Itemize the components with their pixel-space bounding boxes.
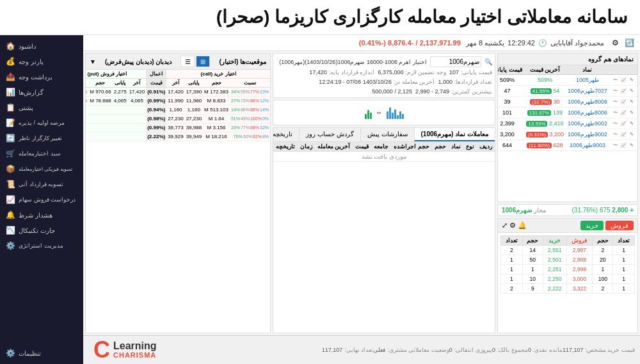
contract-search-input[interactable]	[430, 56, 481, 67]
cell: 1	[613, 246, 635, 255]
sidebar-item-sell-request[interactable]: درخواست فروش سهام 📈	[0, 192, 83, 207]
expand-icon[interactable]: ⤢	[502, 221, 508, 230]
last-price: 139 131.67%	[524, 107, 566, 118]
tab-content: ردیف نوع نماد حجم حجم اجراشده جامعه قیمت…	[273, 142, 495, 333]
options-header: موقعیت‌ها (اختیار) ⊞ ☰ دیدبان (دیدبان پی…	[86, 54, 270, 70]
chart-icon[interactable]: 📈	[620, 141, 627, 149]
edit-icon[interactable]: ✎	[628, 141, 636, 149]
trend-icon[interactable]: 〜	[611, 87, 619, 95]
sell-tab[interactable]: فروش	[605, 221, 634, 230]
table-row[interactable]: ✎ 📈 〜 8006طهرم1006 30 (32.7%) 39	[498, 97, 637, 107]
options-row[interactable]: 8%92% 30%70% 18.216 M 39,949 39,929 (2.2…	[86, 132, 270, 141]
call-vol: 172.383 M	[203, 88, 230, 97]
footer-item: قیمت خرید مشخص: 117,107	[563, 347, 635, 353]
tab-trades[interactable]: معاملات نماد (مهرم1006)	[414, 128, 495, 141]
sidebar-item-wallet[interactable]: پارتر وجه 💰	[0, 54, 83, 69]
bar	[367, 110, 369, 119]
cell: 1	[613, 265, 635, 274]
trend-icon[interactable]: 〜	[611, 109, 619, 116]
table-row[interactable]: ✎ 📈 〜 9003طهر1006 628 (11.60%) 644	[498, 140, 637, 151]
dropdown-arrow-icon[interactable]: ▼	[90, 58, 96, 65]
edit-icon[interactable]: ✎	[628, 131, 636, 138]
collateral-value: 6,375,000	[378, 69, 403, 75]
last-trade-date: 1403/10/26	[363, 79, 392, 85]
trend-icon[interactable]: 〜	[611, 141, 619, 149]
sidebar-item-portfolio[interactable]: پشتی 📋	[0, 100, 83, 115]
view-tab-grid[interactable]: ⊞	[196, 56, 210, 67]
refresh-icon[interactable]: 🔃	[623, 37, 635, 49]
trend-icon[interactable]: 〜	[611, 131, 619, 138]
options-row[interactable]: 32%68% 77%23% 3.156 M 39,988 39,773 (0.9…	[86, 123, 270, 132]
chart-icon[interactable]: 📈	[620, 131, 627, 138]
options-row[interactable]: 0%100% 49%51% 1.64 M 27,230 27,230 (0.98…	[86, 115, 270, 123]
sidebar-item-label: مدیریت استراتژی	[19, 242, 63, 249]
empty-row: موردی یافت نشد	[273, 152, 495, 162]
buy-tab[interactable]: خرید	[580, 221, 604, 230]
tab-orders[interactable]: سفارشات پیش	[360, 128, 414, 141]
edit-icon[interactable]: ✎	[628, 87, 636, 95]
options-table-container: اختیار خرید (call) اعمال اختیار فروش (pu…	[86, 70, 270, 333]
symbol-name[interactable]: طهر1005	[566, 75, 609, 86]
options-row[interactable]: 12%88% 73%27% 8.833 M 11,980 11,990 (0.9…	[86, 97, 270, 106]
sidebar-item-alert[interactable]: هشدار شرط 🔔	[0, 207, 83, 223]
symbol-name[interactable]: 9002طهرم1006	[566, 129, 609, 140]
chart-icon[interactable]: 📈	[620, 109, 627, 116]
settings2-icon[interactable]: ⚙	[509, 221, 516, 230]
symbol-name[interactable]: 7027طهرم1006	[566, 86, 609, 97]
put-pct	[86, 106, 88, 115]
settings-icon[interactable]: ⚙	[609, 37, 621, 49]
trend-icon[interactable]: 〜	[611, 76, 619, 84]
cell: 10	[522, 274, 543, 284]
table-row[interactable]: ✎ 📈 〜 9002طهرم1006 3,200 (0.31%) 3,200	[498, 129, 637, 140]
edit-icon[interactable]: ✎	[628, 76, 636, 84]
table-row[interactable]: ✎ 📈 〜 9002طهرم1006 2,410 13.53% 2,399	[498, 118, 637, 129]
footer-value: 0	[449, 347, 452, 353]
put-close: 2,275	[113, 88, 128, 97]
sidebar-item-options-basket[interactable]: سبد اختیارمعامله 🛒	[0, 146, 83, 161]
order-header: فروش خرید 🔔 ⚙ ⤢	[498, 219, 637, 233]
edit-icon[interactable]: ✎	[628, 109, 636, 116]
col-date2: تاریخچه	[273, 142, 298, 152]
symbol-name[interactable]: 8006طهرم1006	[566, 97, 609, 107]
chart-icon[interactable]: 📈	[620, 120, 627, 127]
symbol-name[interactable]: 8006طهرم1006	[566, 107, 609, 118]
sidebar-item-reports[interactable]: گزارش‌ها 📊	[0, 84, 83, 100]
table-row[interactable]: ✎ 📈 〜 7027طهرم1006 54 41.95% 47	[498, 86, 637, 97]
sidebar-item-physical-settlement[interactable]: تسویه فیزیکی اختیارمعامله 📦	[0, 161, 83, 177]
portfolio-icon: 📋	[5, 103, 15, 112]
table-row[interactable]: ✎ 📈 〜 8006طهرم1006 139 131.67% 101	[498, 107, 637, 118]
trend-icon[interactable]: 〜	[611, 98, 619, 106]
contract-label: اختیار اهرم 1006-16000 ضهرم1006(1403/10/…	[279, 59, 427, 65]
sidebar-item-settings[interactable]: تنظیمات ⚙️	[0, 345, 83, 361]
strike: (0.94%)	[146, 106, 166, 115]
tab-history[interactable]: تاریخچه	[273, 128, 299, 141]
sidebar-item-futures-settlement[interactable]: تسویه قرارداد آتی 📜	[0, 177, 83, 192]
symbol-name[interactable]: 9003طهر1006	[566, 140, 609, 151]
options-row[interactable]: 14%86% 86%14% 513.103 M 1,160 1,160 (0.9…	[86, 106, 270, 115]
chart-icon[interactable]: 📈	[620, 76, 627, 84]
tab-account[interactable]: گردش حساب روز	[299, 128, 360, 141]
edit-icon[interactable]: ✎	[628, 98, 636, 106]
col-buy: خرید	[543, 236, 566, 246]
view-tab-list[interactable]: ☰	[180, 56, 195, 67]
chart-icon[interactable]: 📈	[620, 98, 627, 106]
sidebar-item-ipo[interactable]: مرضه اولیه / پذیره 📝	[0, 115, 83, 131]
sidebar-item-chart[interactable]: جارت تکنیکال 📉	[0, 223, 83, 238]
edit-icon[interactable]: ✎	[628, 120, 636, 127]
sidebar-item-dashboard[interactable]: داشبود 🏠	[0, 38, 83, 54]
collateral-label: وجه تضمین لازم:	[405, 69, 446, 75]
sidebar-item-broker-change[interactable]: تغییر کارگزار ناظر 🔄	[0, 131, 83, 146]
order-row: 1 2 2,987 2,551 14 2	[501, 246, 635, 255]
symbol-name[interactable]: 9002طهرم1006	[566, 118, 609, 129]
watchlist-title2: دیدبان (دیدبان پیش‌فرض)	[105, 58, 172, 65]
sidebar-item-strategy[interactable]: مدیریت استراتژی ⚙️	[0, 238, 83, 253]
strategy-icon: ⚙️	[5, 241, 15, 250]
cell: 50	[522, 255, 543, 265]
col-strike: قیمت	[146, 79, 166, 88]
chart-icon[interactable]: 📈	[620, 87, 627, 95]
trend-icon[interactable]: 〜	[611, 120, 619, 127]
options-row[interactable]: 23%77% 55%34% 172.383 M 17,390 17,420 (0…	[86, 88, 270, 97]
alarm-icon[interactable]: 🔔	[518, 221, 527, 230]
sidebar-item-withdraw[interactable]: برداشت وجه 📤	[0, 69, 83, 84]
table-row[interactable]: ✎ 📈 〜 طهر1005 509% 509% 900	[498, 75, 637, 86]
